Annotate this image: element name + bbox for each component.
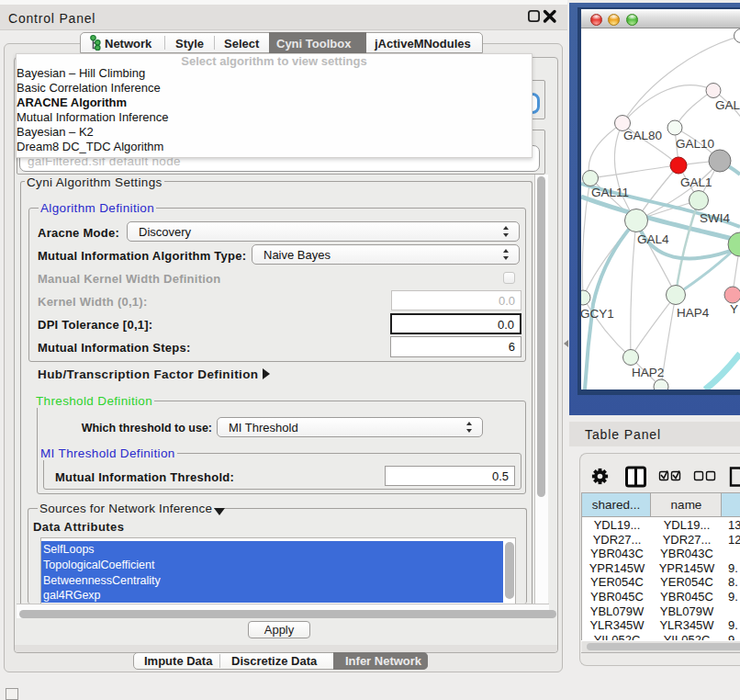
svg-text:SWI4: SWI4 — [700, 211, 730, 225]
svg-text:Y: Y — [730, 302, 738, 316]
svg-text:GAL: GAL — [715, 98, 740, 112]
svg-text:HAP2: HAP2 — [632, 366, 664, 379]
svg-text:GCY1: GCY1 — [581, 307, 614, 321]
svg-text:HAP4: HAP4 — [677, 306, 710, 320]
svg-text:GAL4: GAL4 — [637, 232, 669, 246]
svg-text:GAL80: GAL80 — [623, 129, 662, 142]
svg-text:GAL11: GAL11 — [591, 186, 629, 199]
svg-text:GAL10: GAL10 — [676, 137, 714, 151]
svg-text:GAL1: GAL1 — [680, 175, 712, 189]
